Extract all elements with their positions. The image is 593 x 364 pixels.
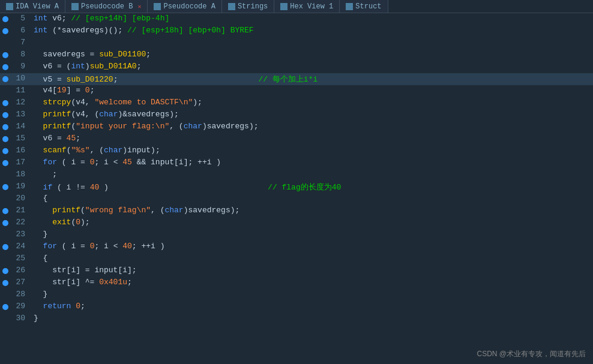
code-row: 17 for ( i = 0; i < 45 && input[i]; ++i … xyxy=(0,157,593,169)
line-bp[interactable] xyxy=(0,133,11,145)
line-code: exit(0); xyxy=(29,217,593,229)
line-num: 29 xyxy=(11,301,29,313)
line-code: return 0; xyxy=(29,301,593,313)
line-code: str[i] = input[i]; xyxy=(29,265,593,277)
line-bp[interactable] xyxy=(0,253,11,265)
line-num: 19 xyxy=(11,181,29,193)
line-num: 6 xyxy=(11,25,29,37)
line-code: int (*savedregs)(); // [esp+18h] [ebp+0h… xyxy=(29,25,593,37)
code-row: 18 ; xyxy=(0,169,593,181)
line-bp[interactable] xyxy=(0,193,11,205)
line-bp[interactable] xyxy=(0,25,11,37)
line-num: 17 xyxy=(11,157,29,169)
line-num: 28 xyxy=(11,289,29,301)
tab-icon xyxy=(154,3,161,10)
line-code: for ( i = 0; i < 40; ++i ) xyxy=(29,241,593,253)
line-num: 22 xyxy=(11,217,29,229)
line-bp[interactable] xyxy=(0,169,11,181)
line-bp[interactable] xyxy=(0,301,11,313)
code-row: 10 v5 = sub_D01220; // 每个加上i*i xyxy=(0,73,593,85)
line-bp[interactable] xyxy=(0,85,11,97)
tab-close-icon[interactable]: ✕ xyxy=(137,3,141,10)
line-code: strcpy(v4, "welcome to DASCTF\n"); xyxy=(29,97,593,109)
line-code: for ( i = 0; i < 45 && input[i]; ++i ) xyxy=(29,157,593,169)
code-row: 30 } xyxy=(0,313,593,325)
line-num: 14 xyxy=(11,121,29,133)
code-row: 19 if ( i != 40 ) // flag的长度为40 xyxy=(0,181,593,193)
line-bp[interactable] xyxy=(0,157,11,169)
line-bp[interactable] xyxy=(0,13,11,25)
line-bp[interactable] xyxy=(0,229,11,241)
code-container: 5 int v6; // [esp+14h] [ebp-4h] 6 int (*… xyxy=(0,13,593,364)
tab-pseudocode-b[interactable]: Pseudocode B ✕ xyxy=(65,0,148,13)
code-row: 27 str[i] ^= 0x401u; xyxy=(0,277,593,289)
line-bp[interactable] xyxy=(0,241,11,253)
tab-label: IDA View A xyxy=(16,2,59,11)
tab-label: Hex View 1 xyxy=(290,2,333,11)
line-bp[interactable] xyxy=(0,37,11,49)
code-row: 25 { xyxy=(0,253,593,265)
line-code: savedregs = sub_D01100; xyxy=(29,49,593,61)
line-bp[interactable] xyxy=(0,145,11,157)
line-num: 24 xyxy=(11,241,29,253)
code-row: 13 printf(v4, (char)&savedregs); xyxy=(0,109,593,121)
line-num: 20 xyxy=(11,193,29,205)
tab-strings[interactable]: Strings xyxy=(222,0,274,13)
line-code: printf("input your flag:\n", (char)saved… xyxy=(29,121,593,133)
line-code: { xyxy=(29,193,593,205)
line-num: 30 xyxy=(11,313,29,325)
line-code: scanf("%s", (char)input); xyxy=(29,145,593,157)
line-code: v4[19] = 0; xyxy=(29,85,593,97)
tab-ida-view[interactable]: IDA View A xyxy=(0,0,65,13)
line-num: 5 xyxy=(11,13,29,25)
line-bp[interactable] xyxy=(0,205,11,217)
line-num: 25 xyxy=(11,253,29,265)
line-bp[interactable] xyxy=(0,97,11,109)
tab-bar: IDA View A Pseudocode B ✕ Pseudocode A S… xyxy=(0,0,593,13)
line-num: 27 xyxy=(11,277,29,289)
tab-struct[interactable]: Struct xyxy=(340,0,388,13)
code-row: 12 strcpy(v4, "welcome to DASCTF\n"); xyxy=(0,97,593,109)
line-bp[interactable] xyxy=(0,181,11,193)
code-row: 26 str[i] = input[i]; xyxy=(0,265,593,277)
line-num: 16 xyxy=(11,145,29,157)
line-code: v6 = 45; xyxy=(29,133,593,145)
line-bp[interactable] xyxy=(0,121,11,133)
line-num: 15 xyxy=(11,133,29,145)
code-row: 16 scanf("%s", (char)input); xyxy=(0,145,593,157)
code-row: 22 exit(0); xyxy=(0,217,593,229)
tab-label: Pseudocode A xyxy=(163,2,215,11)
line-code: ; xyxy=(29,169,593,181)
code-row: 23 } xyxy=(0,229,593,241)
code-row: 9 v6 = (int)sub_D011A0; xyxy=(0,61,593,73)
line-bp[interactable] xyxy=(0,265,11,277)
line-bp[interactable] xyxy=(0,313,11,325)
tab-hex-view[interactable]: Hex View 1 xyxy=(274,0,340,13)
line-code xyxy=(29,37,593,49)
line-code: v5 = sub_D01220; // 每个加上i*i xyxy=(29,73,593,85)
line-num: 21 xyxy=(11,205,29,217)
line-bp[interactable] xyxy=(0,49,11,61)
line-bp[interactable] xyxy=(0,289,11,301)
line-bp[interactable] xyxy=(0,277,11,289)
code-row: 14 printf("input your flag:\n", (char)sa… xyxy=(0,121,593,133)
line-bp[interactable] xyxy=(0,217,11,229)
csdn-note: CSDN @术业有专攻，闻道有先后 xyxy=(477,349,586,359)
line-bp[interactable] xyxy=(0,73,11,85)
code-row: 11 v4[19] = 0; xyxy=(0,85,593,97)
code-row: 21 printf("wrong flag\n", (char)savedreg… xyxy=(0,205,593,217)
tab-label: Struct xyxy=(355,2,381,11)
line-bp[interactable] xyxy=(0,109,11,121)
line-num: 18 xyxy=(11,169,29,181)
line-code: str[i] ^= 0x401u; xyxy=(29,277,593,289)
tab-icon xyxy=(6,3,13,10)
tab-pseudocode-a[interactable]: Pseudocode A xyxy=(148,0,221,13)
line-bp[interactable] xyxy=(0,61,11,73)
code-row: 20 { xyxy=(0,193,593,205)
code-row: 29 return 0; xyxy=(0,301,593,313)
line-code: } xyxy=(29,289,593,301)
code-row: 15 v6 = 45; xyxy=(0,133,593,145)
line-code: printf(v4, (char)&savedregs); xyxy=(29,109,593,121)
tab-icon xyxy=(280,3,287,10)
line-num: 26 xyxy=(11,265,29,277)
